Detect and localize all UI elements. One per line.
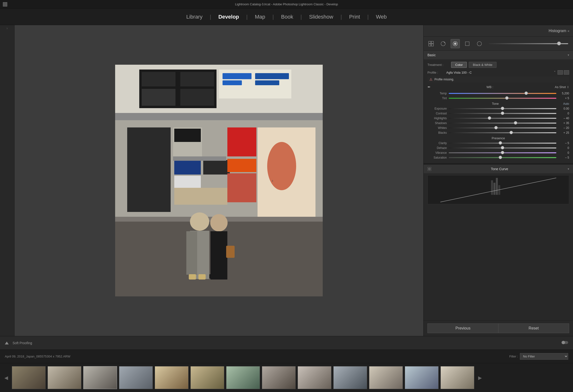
nav-web[interactable]: Web [369, 9, 394, 25]
tone-curve-dot-icon[interactable] [428, 167, 431, 171]
left-panel-expand[interactable]: › [0, 25, 14, 31]
vibrance-slider-track[interactable] [449, 152, 556, 153]
svg-rect-19 [203, 160, 230, 175]
clarity-slider-row: Clarity – 5 [428, 142, 569, 145]
tone-curve-collapse-icon: ▾ [568, 167, 569, 171]
tint-slider-track[interactable] [449, 98, 556, 99]
svg-rect-21 [174, 188, 227, 205]
nav-library[interactable]: Library [179, 9, 210, 25]
filmstrip-thumb-12[interactable] [405, 366, 439, 389]
svg-rect-24 [227, 173, 256, 202]
proofing-triangle-icon[interactable] [5, 341, 9, 344]
svg-rect-34 [226, 246, 235, 258]
nav-print[interactable]: Print [342, 9, 367, 25]
previous-button[interactable]: Previous [428, 323, 498, 333]
svg-point-55 [562, 341, 565, 344]
reset-button[interactable]: Reset [498, 323, 569, 333]
svg-rect-20 [174, 176, 201, 188]
filmstrip-thumb-2[interactable] [48, 366, 81, 389]
radial-filter-icon[interactable] [475, 39, 484, 48]
profile-dropdown-icon[interactable]: ˅ [554, 71, 556, 74]
profile-row: Profile : Agfa Vista 100 - C ˅ [428, 70, 569, 75]
temp-label: Temp [428, 92, 447, 95]
filmstrip-thumb-8[interactable] [262, 366, 296, 389]
basic-section-header[interactable]: Basic ▾ [424, 51, 573, 59]
filmstrip-thumb-9[interactable] [298, 366, 331, 389]
adjustment-brush-icon[interactable] [463, 39, 472, 48]
tone-subsection-header: Tone Auto [428, 102, 569, 106]
panel-scroll[interactable]: Basic ▾ Treatment : Color Black & White … [424, 51, 573, 320]
exposure-label: Exposure [428, 107, 447, 110]
treatment-color-btn[interactable]: Color [451, 62, 467, 68]
filmstrip-thumb-7[interactable] [226, 366, 260, 389]
tint-label: Tint [428, 97, 447, 100]
nav-develop[interactable]: Develop [211, 9, 246, 25]
grid-tool-icon[interactable] [427, 39, 436, 48]
filmstrip-thumb-1[interactable] [12, 366, 46, 389]
filmstrip-thumb-11[interactable] [369, 366, 403, 389]
filmstrip-next-btn[interactable]: ▶ [476, 375, 484, 381]
contrast-slider-track[interactable] [449, 113, 556, 114]
svg-rect-12 [115, 113, 323, 120]
filter-select[interactable]: No Filter [520, 353, 568, 360]
blacks-slider-track[interactable] [449, 132, 556, 133]
exposure-quick-slider[interactable] [489, 43, 568, 44]
filmstrip-thumb-6[interactable] [190, 366, 224, 389]
nav-book[interactable]: Book [274, 9, 301, 25]
svg-rect-38 [219, 275, 225, 279]
clarity-value: – 5 [558, 142, 569, 145]
svg-rect-50 [494, 183, 496, 195]
filmstrip-thumb-13[interactable] [441, 366, 474, 389]
profile-icon-1[interactable] [557, 70, 563, 75]
nav-map[interactable]: Map [248, 9, 272, 25]
highlights-value: – 40 [558, 117, 569, 120]
highlights-slider-track[interactable] [449, 118, 556, 119]
exposure-slider-track[interactable] [449, 108, 556, 109]
shadows-value: + 35 [558, 121, 569, 125]
filmstrip-thumb-3[interactable] [83, 366, 117, 389]
shadows-slider-row: Shadows + 35 [428, 121, 569, 125]
whites-slider-track[interactable] [449, 127, 556, 128]
svg-rect-51 [496, 178, 498, 195]
dehaze-label: Dehaze [428, 146, 447, 150]
histogram-header: Histogram ◂ [424, 25, 573, 37]
nav-slideshow[interactable]: Slideshow [302, 9, 340, 25]
filmstrip-thumb-4[interactable] [119, 366, 153, 389]
filmstrip-thumb-5[interactable] [155, 366, 189, 389]
basic-section-content: Treatment : Color Black & White Profile … [424, 59, 573, 163]
warning-icon: ⚠ [430, 77, 432, 81]
temp-slider-track[interactable] [449, 93, 556, 94]
svg-rect-39 [429, 41, 431, 43]
filmstrip-thumb-10[interactable] [333, 366, 367, 389]
wb-dropdown-icon[interactable]: ⇕ [567, 86, 569, 89]
whites-slider-thumb [494, 126, 498, 129]
healing-tool-icon[interactable] [451, 39, 460, 48]
temp-value: 5,200 [558, 92, 569, 95]
wb-eyedropper-icon[interactable]: ✒ [428, 85, 433, 89]
treatment-bw-btn[interactable]: Black & White [469, 62, 497, 68]
crop-tool-icon[interactable] [439, 39, 448, 48]
file-info-text[interactable]: April 09, 2018_Japan_085575304 x 7952.AR… [5, 355, 71, 358]
filter-area: Filter : No Filter [509, 353, 568, 360]
tone-curve-section-header[interactable]: Tone Curve ▾ [424, 165, 573, 173]
right-panel-chevron[interactable]: › [272, 178, 273, 183]
temp-slider-row: Temp 5,200 [428, 92, 569, 95]
shadows-slider-track[interactable] [449, 123, 556, 124]
highlights-slider-row: Highlights – 40 [428, 117, 569, 120]
wb-label: WB : [433, 85, 546, 89]
svg-rect-46 [465, 42, 469, 46]
svg-point-29 [190, 213, 209, 231]
filmstrip-prev-btn[interactable]: ◀ [2, 375, 10, 381]
wb-value[interactable]: As Shot [546, 85, 566, 89]
histogram-collapse-icon[interactable]: ◂ [567, 29, 569, 33]
svg-rect-9 [223, 80, 242, 85]
proofing-toggle[interactable] [561, 340, 568, 345]
clarity-slider-track[interactable] [449, 143, 556, 144]
auto-btn[interactable]: Auto [563, 102, 569, 106]
tone-curve-canvas[interactable] [428, 175, 569, 204]
profile-value[interactable]: Agfa Vista 100 - C [446, 71, 552, 74]
saturation-label: Saturation [428, 156, 447, 159]
profile-icon-2[interactable] [564, 70, 569, 75]
saturation-slider-track[interactable] [449, 157, 556, 158]
dehaze-slider-track[interactable] [449, 147, 556, 148]
